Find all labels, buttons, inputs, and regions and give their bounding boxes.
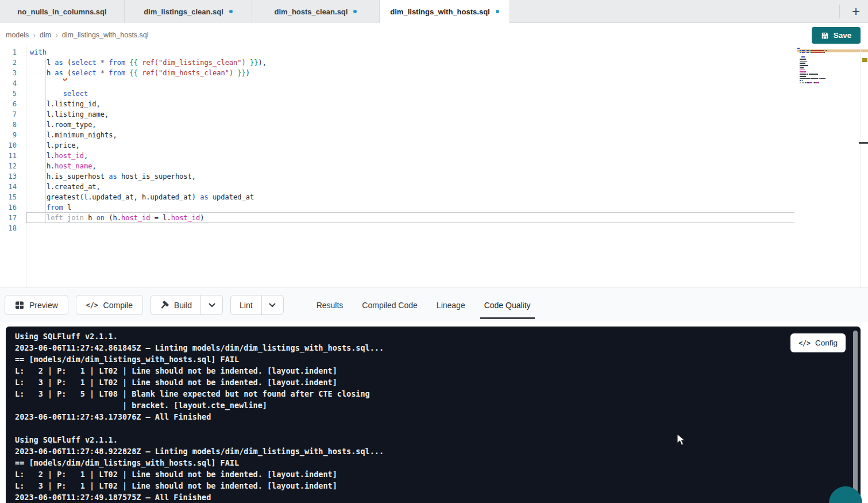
ide-window: no_nulls_in_columns.sql dim_listings_cle… xyxy=(0,0,868,503)
modified-dot-icon xyxy=(229,10,233,13)
terminal-text: Using SQLFluff v2.1.1. 2023-06-06T11:27:… xyxy=(6,327,861,503)
preview-label: Preview xyxy=(29,301,58,310)
chevron-down-icon xyxy=(209,303,215,308)
chevron-down-icon xyxy=(269,303,276,308)
build-label: Build xyxy=(174,301,192,310)
floppy-disk-icon xyxy=(821,32,829,40)
save-button[interactable]: Save xyxy=(812,27,861,44)
lint-output-terminal[interactable]: Using SQLFluff v2.1.1. 2023-06-06T11:27:… xyxy=(6,327,861,503)
mouse-cursor xyxy=(677,433,686,446)
minimap[interactable] xyxy=(797,48,842,97)
file-tab-label: dim_listings_clean.sql xyxy=(144,7,223,16)
save-button-label: Save xyxy=(834,31,852,40)
hammer-icon xyxy=(160,301,169,310)
tab-lineage[interactable]: Lineage xyxy=(437,298,465,312)
build-options-button[interactable] xyxy=(200,295,222,314)
terminal-scrollbar-thumb[interactable] xyxy=(853,331,858,499)
config-button[interactable]: </> Config xyxy=(790,333,846,352)
file-tab-label: dim_hosts_clean.sql xyxy=(275,7,348,16)
file-tab-dim-hosts-clean[interactable]: dim_hosts_clean.sql xyxy=(252,0,380,23)
build-split-button: Build xyxy=(151,295,223,315)
modified-dot-icon xyxy=(496,10,499,13)
tab-code-quality[interactable]: Code Quality xyxy=(484,298,531,312)
chevron-right-icon: › xyxy=(55,30,58,40)
breadcrumb-item-file[interactable]: dim_listings_with_hosts.sql xyxy=(62,31,149,39)
action-toolbar: Preview </> Compile Build xyxy=(0,287,868,322)
editor-scrollbar-track[interactable] xyxy=(860,46,861,287)
compile-button[interactable]: </> Compile xyxy=(76,295,143,315)
tab-compiled-code[interactable]: Compiled Code xyxy=(362,298,418,312)
file-tab-no-nulls-in-columns[interactable]: no_nulls_in_columns.sql xyxy=(0,0,125,23)
lint-warning-marker xyxy=(862,58,867,62)
modified-dot-icon xyxy=(353,10,357,13)
file-tab-dim-listings-clean[interactable]: dim_listings_clean.sql xyxy=(125,0,252,23)
file-tab-bar: no_nulls_in_columns.sql dim_listings_cle… xyxy=(0,0,868,23)
file-tab-label: no_nulls_in_columns.sql xyxy=(17,7,106,16)
breadcrumb: models › dim › dim_listings_with_hosts.s… xyxy=(6,30,149,40)
chevron-right-icon: › xyxy=(33,30,36,40)
build-button[interactable]: Build xyxy=(151,295,200,314)
file-tab-dim-listings-with-hosts[interactable]: dim_listings_with_hosts.sql xyxy=(380,0,510,24)
breadcrumb-row: models › dim › dim_listings_with_hosts.s… xyxy=(0,24,868,46)
panel-tab-bar: Results Compiled Code Lineage Code Quali… xyxy=(317,298,531,312)
lint-label: Lint xyxy=(240,301,253,310)
code-brackets-icon: </> xyxy=(86,301,98,309)
code-brackets-icon: </> xyxy=(798,339,811,347)
code-editor[interactable]: 1with2 l as (select * from {{ ref("dim_l… xyxy=(0,46,868,287)
compile-label: Compile xyxy=(103,301,133,310)
config-label: Config xyxy=(815,339,838,347)
breadcrumb-item-models[interactable]: models xyxy=(6,31,29,39)
lint-split-button: Lint xyxy=(230,295,284,315)
table-grid-icon xyxy=(15,301,24,310)
lint-options-button[interactable] xyxy=(261,295,283,314)
scrollbar-position-marker xyxy=(859,142,868,144)
breadcrumb-item-dim[interactable]: dim xyxy=(40,31,51,39)
preview-button[interactable]: Preview xyxy=(5,295,68,315)
tab-bar-divider xyxy=(839,5,840,18)
new-tab-button[interactable]: + xyxy=(844,0,867,23)
file-tab-label: dim_listings_with_hosts.sql xyxy=(390,7,489,16)
lint-button[interactable]: Lint xyxy=(231,295,261,314)
tab-results[interactable]: Results xyxy=(317,298,344,312)
